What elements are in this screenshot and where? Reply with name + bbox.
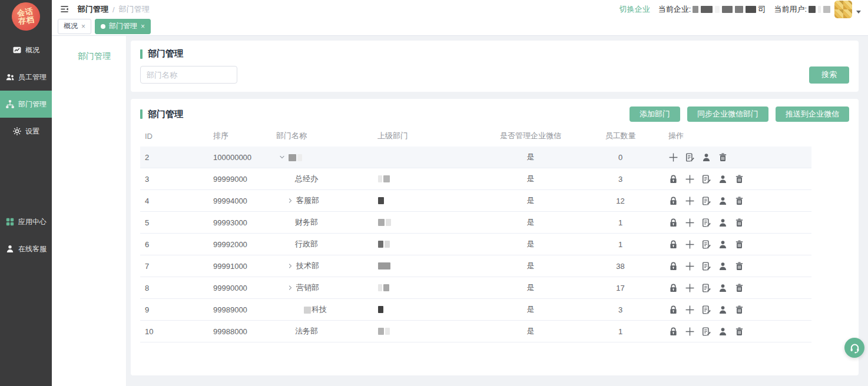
delete-icon[interactable] [734, 305, 744, 315]
users-icon [5, 72, 15, 82]
cell-dept-name: 营销部 [276, 282, 377, 293]
delete-icon[interactable] [734, 196, 744, 206]
members-icon[interactable] [718, 327, 728, 337]
sidebar-item-label: 设置 [25, 127, 39, 137]
delete-icon[interactable] [734, 283, 744, 293]
customer-service-float-button[interactable] [844, 338, 864, 358]
edit-icon[interactable] [701, 239, 711, 249]
tab-close-icon[interactable]: × [81, 23, 85, 30]
gear-icon [12, 127, 22, 136]
expand-arrow-icon[interactable] [287, 197, 294, 204]
lock-icon[interactable] [668, 239, 678, 249]
members-icon[interactable] [718, 174, 728, 184]
cell-managed-wechat: 是 [475, 304, 587, 315]
table-row: 3 99999000 总经办 是 3 [140, 168, 811, 190]
add-child-icon[interactable] [668, 152, 678, 162]
delete-icon[interactable] [734, 239, 744, 249]
department-name-input[interactable] [140, 66, 237, 84]
edit-icon[interactable] [701, 174, 711, 184]
members-icon[interactable] [718, 261, 728, 271]
expand-arrow-icon[interactable] [279, 154, 286, 161]
toolbar-button[interactable]: 同步企业微信部门 [687, 107, 768, 122]
lock-icon[interactable] [668, 218, 678, 228]
title-accent-bar [140, 109, 143, 119]
table-toolbar: 添加部门同步企业微信部门推送到企业微信 [630, 107, 849, 122]
table-title-wrap: 部门管理 [140, 109, 183, 120]
app-logo: 会话 存档 [10, 1, 42, 32]
add-child-icon[interactable] [685, 327, 695, 337]
add-child-icon[interactable] [685, 283, 695, 293]
cell-managed-wechat: 是 [475, 217, 587, 228]
edit-icon[interactable] [701, 327, 711, 337]
user-menu-caret-icon[interactable] [856, 11, 861, 14]
sidebar-item-org[interactable]: 部门管理 [0, 91, 52, 118]
sidebar-collapse-icon[interactable] [60, 5, 69, 14]
edit-icon[interactable] [701, 283, 711, 293]
edit-icon[interactable] [701, 305, 711, 315]
lock-icon[interactable] [668, 196, 678, 206]
table-row: 2 100000000 是 0 [140, 147, 811, 168]
delete-icon[interactable] [734, 327, 744, 337]
members-icon[interactable] [718, 283, 728, 293]
sidebar-bottom: 应用中心 在线客服 [0, 208, 52, 262]
sidebar-item-chart[interactable]: 概况 [0, 36, 52, 64]
dept-name-redacted [288, 153, 303, 162]
cell-employee-count: 3 [587, 305, 654, 314]
sidebar-item-apps[interactable]: 应用中心 [0, 208, 52, 235]
table-row: 6 99992000 行政部 是 1 [140, 234, 811, 255]
redacted-text-block [378, 175, 382, 182]
tab[interactable]: 部门管理 × [95, 19, 151, 34]
lock-icon[interactable] [668, 174, 678, 184]
cell-id: 3 [140, 175, 213, 184]
cell-id: 2 [140, 153, 213, 162]
members-icon[interactable] [718, 305, 728, 315]
submenu-item[interactable]: 部门管理 [52, 48, 126, 65]
add-child-icon[interactable] [685, 174, 695, 184]
expand-arrow-icon[interactable] [287, 284, 294, 291]
lock-icon[interactable] [668, 305, 678, 315]
redacted-text-block [378, 284, 382, 291]
edit-icon[interactable] [701, 196, 711, 206]
add-child-icon[interactable] [685, 305, 695, 315]
cell-dept-name: 技术部 [276, 261, 377, 271]
add-child-icon[interactable] [685, 261, 695, 271]
toolbar-button[interactable]: 推送到企业微信 [776, 107, 849, 122]
expand-arrow-icon[interactable] [287, 262, 294, 269]
delete-icon[interactable] [718, 152, 728, 162]
delete-icon[interactable] [734, 261, 744, 271]
table-row: 10 99988000 法务部 是 1 [140, 321, 811, 342]
redacted-text-block [378, 241, 383, 248]
sidebar-item-users[interactable]: 员工管理 [0, 64, 52, 91]
members-icon[interactable] [701, 152, 711, 162]
tab-close-icon[interactable]: × [141, 23, 145, 30]
tab-bar: 概况 × 部门管理 × [52, 19, 868, 36]
cell-managed-wechat: 是 [475, 239, 587, 249]
edit-icon[interactable] [701, 261, 711, 271]
members-icon[interactable] [718, 218, 728, 228]
add-child-icon[interactable] [685, 218, 695, 228]
tab[interactable]: 概况 × [58, 19, 91, 34]
search-button[interactable]: 搜索 [809, 66, 849, 84]
toolbar-button[interactable]: 添加部门 [630, 107, 680, 122]
breadcrumb-root[interactable]: 部门管理 [78, 4, 108, 15]
sidebar-item-label: 在线客服 [18, 244, 47, 254]
lock-icon[interactable] [668, 261, 678, 271]
sidebar-item-gear[interactable]: 设置 [0, 118, 52, 145]
members-icon[interactable] [718, 196, 728, 206]
lock-icon[interactable] [668, 283, 678, 293]
delete-icon[interactable] [734, 218, 744, 228]
switch-company-link[interactable]: 切换企业 [619, 4, 650, 15]
lock-icon[interactable] [668, 327, 678, 337]
user-avatar[interactable] [834, 1, 852, 18]
filter-card-title-row: 部门管理 [140, 48, 849, 59]
edit-icon[interactable] [685, 152, 695, 162]
add-child-icon[interactable] [685, 239, 695, 249]
column-header: ID [140, 132, 213, 141]
delete-icon[interactable] [734, 174, 744, 184]
sidebar-item-service[interactable]: 在线客服 [0, 235, 52, 262]
filter-card-title: 部门管理 [148, 48, 183, 59]
add-child-icon[interactable] [685, 196, 695, 206]
members-icon[interactable] [718, 239, 728, 249]
dept-name-text: 营销部 [296, 282, 319, 293]
edit-icon[interactable] [701, 218, 711, 228]
